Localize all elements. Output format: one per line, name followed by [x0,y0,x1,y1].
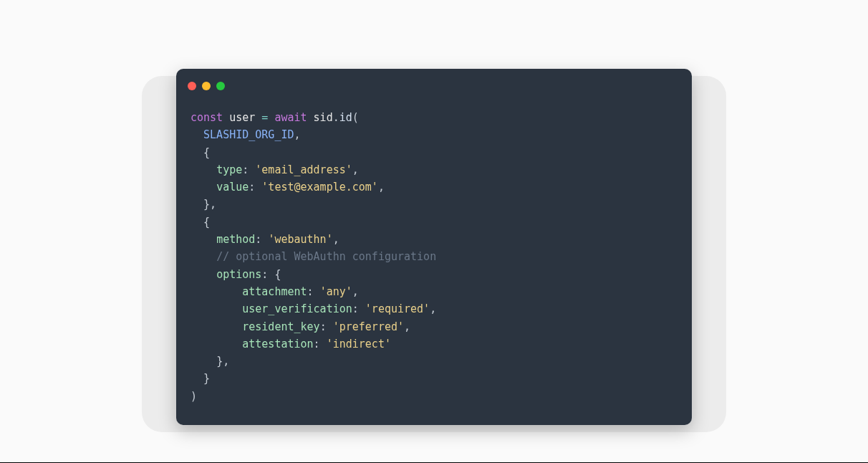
brace-open: { [203,216,210,229]
comma: , [294,128,301,141]
dot: . [333,111,339,124]
str-webauthn: 'webauthn' [268,233,332,246]
str-test-email: 'test@example.com' [261,181,378,194]
comma: , [404,320,410,333]
comma: , [378,181,385,194]
obj-sid: sid [314,111,333,124]
str-email-address: 'email_address' [255,163,352,176]
key-value: value [216,181,249,194]
var-user: user [229,111,255,124]
key-attachment: attachment [242,285,307,298]
colon: : [255,233,261,246]
comma: , [430,302,436,315]
str-preferred: 'preferred' [333,320,404,333]
comma: , [210,198,216,211]
key-attestation: attestation [242,338,313,350]
window-titlebar [176,69,692,93]
colon: : [307,285,314,298]
key-method: method [216,233,255,246]
fn-id: id [339,111,352,124]
colon: : [320,320,327,333]
brace-open: { [203,146,210,159]
colon: : [261,268,268,281]
code-snippet-stage: const user = await sid.id( SLASHID_ORG_I… [176,69,692,425]
comma: , [223,355,229,368]
key-type: type [216,163,242,176]
brace-close: } [216,355,223,368]
comma: , [333,233,339,246]
terminal-window: const user = await sid.id( SLASHID_ORG_I… [176,69,692,425]
comment-optional: // optional WebAuthn configuration [216,250,436,263]
colon: : [352,302,359,315]
key-user-verification: user_verification [242,302,352,315]
colon: : [314,338,320,350]
str-indirect: 'indirect' [327,338,391,350]
comma: , [352,163,359,176]
brace-close: } [203,198,210,211]
close-paren: ) [191,390,197,403]
open-paren: ( [352,111,359,124]
str-any: 'any' [320,285,352,298]
comma: , [352,285,359,298]
brace-close: } [203,372,210,385]
close-icon[interactable] [188,82,196,90]
const-slashid-org-id: SLASHID_ORG_ID [203,128,294,141]
str-required: 'required' [365,302,430,315]
colon: : [242,163,249,176]
minimize-icon[interactable] [202,82,211,90]
key-resident-key: resident_key [242,320,319,333]
code-block[interactable]: const user = await sid.id( SLASHID_ORG_I… [176,93,692,425]
colon: : [249,181,255,194]
zoom-icon[interactable] [216,82,225,90]
keyword-await: await [274,111,307,124]
op-equals: = [261,111,268,124]
keyword-const: const [191,111,223,124]
key-options: options [216,268,261,281]
brace-open: { [274,268,281,281]
